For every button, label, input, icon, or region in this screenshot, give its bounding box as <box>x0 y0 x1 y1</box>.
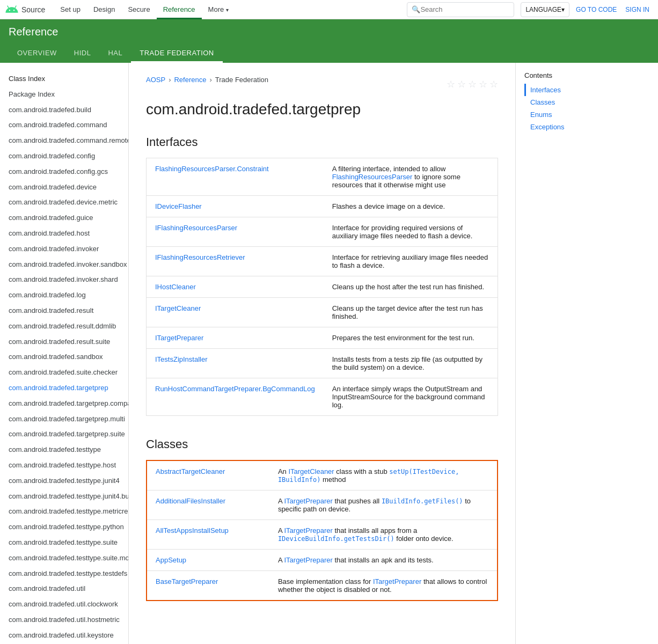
class-link-basetargetpreparer[interactable]: BaseTargetPreparer <box>156 577 218 586</box>
logo[interactable]: Source <box>4 2 45 17</box>
sidebar-item-device-metric[interactable]: com.android.tradefed.device.metric <box>0 195 128 210</box>
sidebar-item-command-remote[interactable]: com.android.tradefed.command.remote <box>0 133 128 149</box>
class-desc-1: A ITargetPreparer that pushes all IBuild… <box>269 491 498 520</box>
sidebar-item-testtype-junit4-builder[interactable]: com.android.tradefed.testtype.junit4.bui… <box>0 489 128 504</box>
android-logo-icon <box>4 2 19 17</box>
sidebar-item-invoker[interactable]: com.android.tradefed.invoker <box>0 241 128 257</box>
sidebar-item-invoker-sandbox[interactable]: com.android.tradefed.invoker.sandbox <box>0 257 128 273</box>
sidebar-item-config[interactable]: com.android.tradefed.config <box>0 149 128 164</box>
interface-desc-0: A filtering interface, intended to allow… <box>324 158 498 196</box>
class-desc-0: An ITargetCleaner class with a stub setU… <box>269 460 498 491</box>
star-5[interactable]: ☆ <box>489 78 498 90</box>
sidebar-item-invoker-shard[interactable]: com.android.tradefed.invoker.shard <box>0 272 128 288</box>
sidebar-item-util-keystore[interactable]: com.android.tradefed.util.keystore <box>0 628 128 643</box>
interface-link-itestszipinstaller[interactable]: ITestsZipInstaller <box>155 355 208 363</box>
interface-link-iflashingresourcesretriever[interactable]: IFlashingResourcesRetriever <box>155 253 245 261</box>
class-link-alltestappsinstallsetup[interactable]: AllTestAppsInstallSetup <box>156 526 229 535</box>
nav-item-setup[interactable]: Set up <box>54 0 87 19</box>
class-link-appsetup[interactable]: AppSetup <box>156 556 186 564</box>
interface-link-flashing-constraint[interactable]: FlashingResourcesParser.Constraint <box>155 165 269 173</box>
search-box[interactable]: 🔍 <box>407 2 514 17</box>
sidebar-item-targetprep-multi[interactable]: com.android.tradefed.targetprep.multi <box>0 412 128 427</box>
content-area: AOSP › Reference › Trade Federation ☆ ☆ … <box>129 63 515 644</box>
interface-link-itargetcleaner[interactable]: ITargetCleaner <box>155 304 201 312</box>
class-desc-link-1[interactable]: ITargetPreparer <box>284 497 332 505</box>
sidebar-item-testtype[interactable]: com.android.tradefed.testtype <box>0 442 128 458</box>
table-row: BaseTargetPreparer Base implementation c… <box>147 571 498 601</box>
reference-title: Reference <box>9 26 58 38</box>
star-2[interactable]: ☆ <box>457 78 466 90</box>
sub-nav-hidl[interactable]: HIDL <box>65 45 100 63</box>
toc-item-exceptions[interactable]: Exceptions <box>524 121 614 133</box>
sub-nav-hal[interactable]: HAL <box>99 45 131 63</box>
table-row: AppSetup A ITargetPreparer that installs… <box>147 550 498 571</box>
interface-desc-link-0[interactable]: FlashingResourcesParser <box>332 173 413 181</box>
sign-in-button[interactable]: SIGN IN <box>621 6 654 13</box>
sidebar-item-host[interactable]: com.android.tradefed.host <box>0 226 128 241</box>
interface-desc-2: Interface for providing required version… <box>324 217 498 247</box>
table-row: AllTestAppsInstallSetup A ITargetPrepare… <box>147 520 498 550</box>
sidebar-item-targetprep-suite[interactable]: com.android.tradefed.targetprep.suite <box>0 427 128 442</box>
sidebar-item-testtype-python[interactable]: com.android.tradefed.testtype.python <box>0 519 128 535</box>
sidebar-item-targetprep[interactable]: com.android.tradefed.targetprep <box>0 380 128 396</box>
sidebar-item-testtype-host[interactable]: com.android.tradefed.testtype.host <box>0 458 128 473</box>
interface-link-runhostcommand[interactable]: RunHostCommandTargetPreparer.BgCommandLo… <box>155 385 315 393</box>
nav-item-reference[interactable]: Reference <box>157 0 202 19</box>
class-link-abstracttargetcleaner[interactable]: AbstractTargetCleaner <box>156 467 225 475</box>
interface-link-ideviceflasher[interactable]: IDeviceFlasher <box>155 202 202 210</box>
sidebar-item-testtype-testdefs[interactable]: com.android.tradefed.testtype.testdefs <box>0 566 128 582</box>
star-1[interactable]: ☆ <box>447 78 455 90</box>
class-desc-2: A ITargetPreparer that installs all apps… <box>269 520 498 550</box>
sidebar-item-command[interactable]: com.android.tradefed.command <box>0 118 128 133</box>
star-3[interactable]: ☆ <box>468 78 477 90</box>
nav-item-design[interactable]: Design <box>87 0 121 19</box>
sidebar-item-build[interactable]: com.android.tradefed.build <box>0 103 128 118</box>
sidebar-item-util-hostmetric[interactable]: com.android.tradefed.util.hostmetric <box>0 612 128 628</box>
interface-desc-1: Flashes a device image on a device. <box>324 196 498 217</box>
table-row: IFlashingResourcesRetriever Interface fo… <box>147 247 498 276</box>
breadcrumb-reference[interactable]: Reference <box>174 76 206 84</box>
sidebar-item-device[interactable]: com.android.tradefed.device <box>0 180 128 195</box>
interface-link-itargetpreparer[interactable]: ITargetPreparer <box>155 334 203 342</box>
sidebar-item-log[interactable]: com.android.tradefed.log <box>0 288 128 303</box>
logo-text: Source <box>21 5 45 14</box>
sidebar-item-suite-checker[interactable]: com.android.tradefed.suite.checker <box>0 365 128 380</box>
star-4[interactable]: ☆ <box>479 78 487 90</box>
sidebar-item-config-gcs[interactable]: com.android.tradefed.config.gcs <box>0 164 128 180</box>
class-link-additionalfilesinstaller[interactable]: AdditionalFilesInstaller <box>156 497 225 505</box>
class-desc-link-4[interactable]: ITargetPreparer <box>373 577 421 586</box>
toc-item-interfaces[interactable]: Interfaces <box>524 84 614 96</box>
interface-link-ihostcleaner[interactable]: IHostCleaner <box>155 283 196 291</box>
sidebar-item-util[interactable]: com.android.tradefed.util <box>0 581 128 597</box>
sidebar-item-testtype-suite-module[interactable]: com.android.tradefed.testtype.suite.modu… <box>0 551 128 566</box>
sidebar-item-testtype-junit4[interactable]: com.android.tradefed.testtype.junit4 <box>0 473 128 489</box>
class-desc-link-3[interactable]: ITargetPreparer <box>284 556 332 564</box>
breadcrumb-aosp[interactable]: AOSP <box>146 76 165 84</box>
sidebar-item-result[interactable]: com.android.tradefed.result <box>0 303 128 319</box>
sub-nav-trade-federation[interactable]: TRADE FEDERATION <box>131 45 223 63</box>
nav-item-secure[interactable]: Secure <box>121 0 156 19</box>
sidebar-item-testtype-metricregression[interactable]: com.android.tradefed.testtype.metricregr… <box>0 504 128 519</box>
sidebar-item-sandbox[interactable]: com.android.tradefed.sandbox <box>0 349 128 365</box>
sidebar-item-result-ddmlib[interactable]: com.android.tradefed.result.ddmlib <box>0 319 128 334</box>
sidebar-item-util-clockwork[interactable]: com.android.tradefed.util.clockwork <box>0 597 128 612</box>
nav-item-more[interactable]: More ▾ <box>202 0 235 19</box>
class-code-link-2[interactable]: IDeviceBuildInfo.getTestsDir() <box>278 535 394 543</box>
class-code-link-1[interactable]: IBuildInfo.getFiles() <box>382 497 463 505</box>
sidebar-item-targetprep-companion[interactable]: com.android.tradefed.targetprep.companio… <box>0 396 128 412</box>
sidebar-item-testtype-suite[interactable]: com.android.tradefed.testtype.suite <box>0 535 128 551</box>
search-input[interactable] <box>420 5 506 13</box>
class-desc-link-0[interactable]: ITargetCleaner <box>288 467 334 475</box>
sidebar-item-result-suite[interactable]: com.android.tradefed.result.suite <box>0 334 128 350</box>
sidebar-item-package-index[interactable]: Package Index <box>0 87 128 103</box>
sub-nav-overview[interactable]: OVERVIEW <box>9 45 65 63</box>
table-row: RunHostCommandTargetPreparer.BgCommandLo… <box>147 378 498 416</box>
sidebar-item-guice[interactable]: com.android.tradefed.guice <box>0 210 128 226</box>
toc-item-classes[interactable]: Classes <box>524 96 614 108</box>
class-desc-link-2[interactable]: ITargetPreparer <box>284 526 332 535</box>
go-to-code-button[interactable]: GO TO CODE <box>572 6 621 13</box>
language-button[interactable]: LANGUAGE ▾ <box>521 2 569 17</box>
toc-item-enums[interactable]: Enums <box>524 108 614 121</box>
page-title: com.android.tradefed.targetprep <box>146 101 498 118</box>
interface-link-iflashingresourcesparser[interactable]: IFlashingResourcesParser <box>155 224 237 232</box>
